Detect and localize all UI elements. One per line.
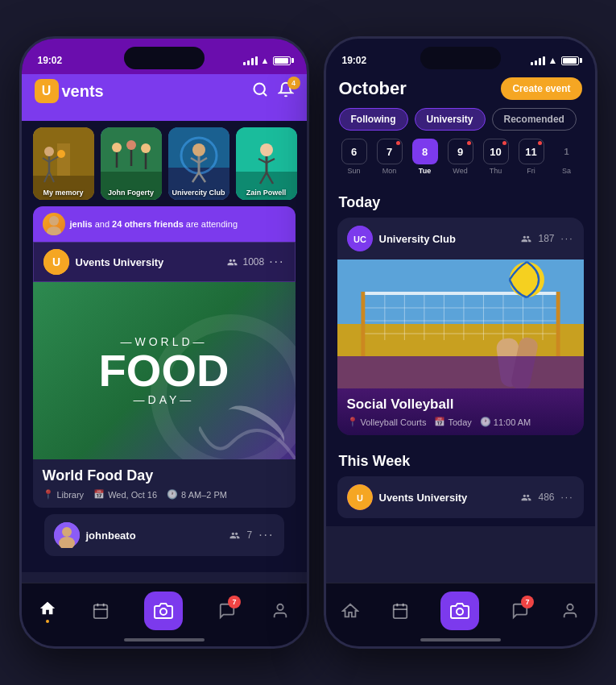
event-card-org: UC University Club [347,226,456,251]
home-indicator-right [420,638,501,641]
cal-day-6[interactable]: 6 Sun [339,139,370,175]
more-dots[interactable]: ··· [269,255,284,269]
signal-bars [243,56,258,65]
svg-rect-55 [556,292,560,356]
nav-camera[interactable] [144,592,183,630]
svg-point-5 [44,147,54,156]
event-image: —WORLD— FOOD —DAY— [33,282,296,459]
search-button[interactable] [252,81,268,102]
left-header: U vents 4 [22,74,307,121]
nav-icons: 4 [252,81,294,102]
pin-icon-2: 📍 [347,417,358,427]
nav-calendar[interactable] [92,602,110,620]
right-top-row: October Create event [339,77,582,100]
cal-day-8[interactable]: 8 Tue [410,139,440,175]
dynamic-island-right [420,47,501,69]
world-food-day-text: —WORLD— FOOD —DAY— [99,335,229,406]
today-label: Today [326,185,595,218]
stories-row: My memory Jo [22,121,307,206]
filter-university[interactable]: University [415,108,486,131]
event-card-header: UC University Club 187 ··· [337,218,584,259]
event1-members: 187 [538,233,554,244]
small-org-avatar: UC [347,226,373,251]
event-title: World Food Day [43,467,286,484]
svg-point-23 [192,143,205,156]
cal-day-11[interactable]: 11 Fri [516,139,547,175]
event1-dots[interactable]: ··· [560,233,573,244]
logo-icon: U [35,79,59,103]
story-item-1[interactable]: My memory [33,127,94,200]
right-nav-calendar[interactable] [391,602,409,620]
story-item-4[interactable]: Zain Powell [236,127,297,200]
battery-icon [273,56,291,65]
cal-day-9[interactable]: 9 Wed [445,139,476,175]
svg-point-38 [47,226,61,235]
right-nav-chat[interactable]: 7 [511,602,529,620]
this-week-card[interactable]: U Uvents University 486 ··· [337,476,584,518]
cal-num-6: 6 [341,139,367,164]
cal-num-10: 10 [483,139,509,164]
event1-time: 🕐 11:00 AM [480,417,531,427]
create-event-button[interactable]: Create event [501,77,581,100]
wifi-icon: ▲ [261,56,270,65]
time-left: 19:02 [38,55,63,66]
svg-point-79 [457,608,463,615]
event-card: U Uvents University 1008 ··· [33,242,296,508]
right-nav-camera[interactable] [440,592,479,630]
event2-dots[interactable]: ··· [560,492,573,503]
clock-icon: 🕐 [167,489,178,500]
chat-badge-right: 7 [521,596,534,608]
battery-right [561,56,579,65]
svg-text:UC: UC [353,235,366,244]
story-label-4: Zain Powell [236,189,297,197]
cal-num-11: 11 [519,139,544,164]
bottom-nav-left: 7 [22,583,307,646]
org-avatar: U [43,249,69,275]
filter-recommended[interactable]: Recomended [492,108,577,131]
svg-rect-72 [337,356,584,388]
story-item-3[interactable]: Univercity Club [168,127,229,200]
story-image-4: Zain Powell [236,127,297,200]
nav-profile[interactable] [271,602,289,620]
event-org-bar: U Uvents University 1008 ··· [33,242,296,282]
story-image-1: My memory [33,127,94,200]
attending-bar: jenlis and 24 others friends are attendi… [33,206,296,242]
preview-avatar [54,522,80,548]
preview-left: johnbeato [54,522,136,548]
cal-day-7[interactable]: 7 Mon [374,139,405,175]
right-nav-profile[interactable] [561,602,579,620]
story-item-2[interactable]: John Fogerty [101,127,162,200]
volleyball-event-card[interactable]: UC University Club 187 ··· [337,218,584,435]
filter-following[interactable]: Following [339,108,408,131]
filter-tabs: Following University Recomended [339,108,582,131]
org-name: Uvents University [76,256,164,268]
signal-bars-right [531,56,545,65]
attending-text: jenlis and 24 others friends are attendi… [70,219,238,229]
event-meta: 📍 Library 📅 Wed, Oct 16 🕐 8 AM–2 PM [43,489,286,500]
cal-day-12[interactable]: 1 Sa [552,139,582,175]
nav-chat[interactable]: 7 [218,602,236,620]
svg-point-14 [112,143,122,152]
svg-point-49 [277,604,283,610]
volleyball-image [337,259,584,388]
svg-rect-75 [394,605,407,619]
svg-text:U: U [357,493,363,503]
cal-day-10[interactable]: 10 Thu [481,139,511,175]
svg-point-31 [260,143,273,156]
svg-point-80 [567,604,573,610]
cal-icon-2: 📅 [434,417,445,427]
story-label-3: Univercity Club [168,189,229,197]
event-location: 📍 Library [43,489,85,500]
svg-point-11 [57,150,65,158]
bell-button[interactable]: 4 [278,81,294,102]
nav-home[interactable] [39,600,56,623]
card-meta-right: 187 ··· [521,233,573,244]
story-label-2: John Fogerty [101,189,162,197]
event1-location: 📍 Volleyball Courts [347,417,427,427]
svg-rect-4 [57,143,70,176]
right-nav-home[interactable] [341,602,359,620]
more-dots-2[interactable]: ··· [258,528,274,542]
preview-right: 7 ··· [229,528,274,542]
event2-members: 486 [538,492,554,503]
cal-num-9: 9 [448,139,473,164]
